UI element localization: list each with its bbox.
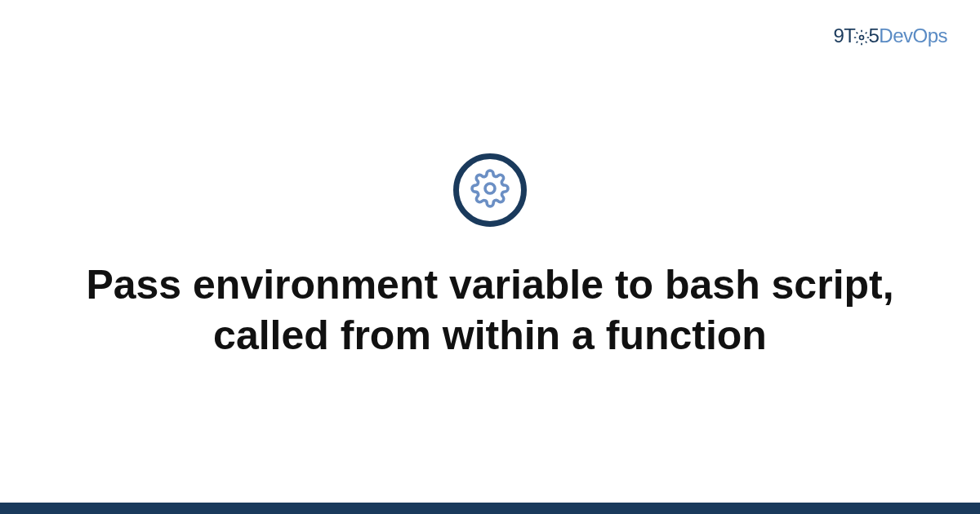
gear-icon	[470, 169, 510, 211]
page-title: Pass environment variable to bash script…	[82, 259, 898, 361]
footer-accent-bar	[0, 503, 980, 514]
main-icon-container	[453, 153, 527, 227]
main-content: Pass environment variable to bash script…	[0, 0, 980, 514]
